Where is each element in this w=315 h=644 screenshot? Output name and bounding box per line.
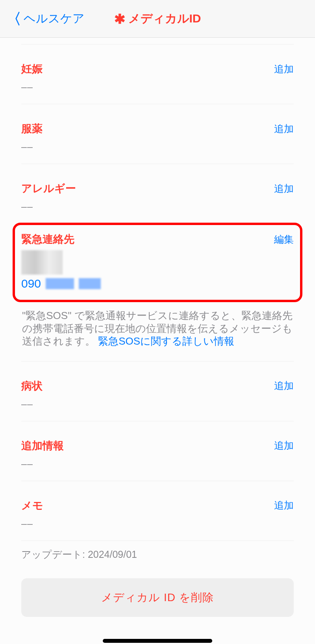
sos-info-section: "緊急SOS" で緊急通報サービスに連絡すると、緊急連絡先の携帯電話番号に現在地… bbox=[21, 309, 294, 362]
page-title: メディカルID bbox=[128, 11, 201, 27]
sos-info-text: "緊急SOS" で緊急通報サービスに連絡すると、緊急連絡先の携帯電話番号に現在地… bbox=[21, 309, 294, 348]
contact-phone[interactable]: 090 bbox=[21, 277, 294, 290]
section-title: 追加情報 bbox=[21, 439, 64, 453]
add-button-allergy[interactable]: 追加 bbox=[274, 182, 294, 195]
header: 〈 ヘルスケア ✱ メディカルID bbox=[0, 0, 315, 38]
section-condition: 病状 追加 –– bbox=[21, 362, 294, 421]
asterisk-icon: ✱ bbox=[114, 12, 125, 26]
sos-info-link[interactable]: 緊急SOSに関する詳しい情報 bbox=[98, 335, 234, 347]
back-button[interactable]: 〈 ヘルスケア bbox=[6, 11, 85, 27]
content: 妊娠 追加 –– 服薬 追加 –– アレルギー 追加 –– 緊急連絡先 編集 0… bbox=[0, 38, 315, 617]
section-value: –– bbox=[21, 141, 294, 153]
add-button-medication[interactable]: 追加 bbox=[274, 122, 294, 135]
section-value: –– bbox=[21, 518, 294, 530]
phone-prefix: 090 bbox=[21, 277, 41, 290]
emergency-contact-highlight: 緊急連絡先 編集 090 bbox=[13, 223, 302, 302]
phone-part-redacted bbox=[46, 278, 74, 289]
section-value: –– bbox=[21, 458, 294, 470]
add-button-condition[interactable]: 追加 bbox=[274, 379, 294, 392]
section-title: アレルギー bbox=[21, 181, 76, 196]
section-additional-info: 追加情報 追加 –– bbox=[21, 421, 294, 481]
section-value: –– bbox=[21, 81, 294, 93]
back-label: ヘルスケア bbox=[24, 11, 85, 27]
section-title: 緊急連絡先 bbox=[21, 232, 74, 246]
contact-name-redacted bbox=[21, 250, 63, 275]
section-memo: メモ 追加 –– bbox=[21, 481, 294, 541]
section-allergy: アレルギー 追加 –– bbox=[21, 164, 294, 219]
delete-medical-id-button[interactable]: メディカル ID を削除 bbox=[21, 578, 294, 617]
add-button-pregnancy[interactable]: 追加 bbox=[274, 63, 294, 76]
home-indicator[interactable] bbox=[103, 639, 212, 643]
section-title: メモ bbox=[21, 498, 43, 513]
edit-button-emergency[interactable]: 編集 bbox=[274, 233, 294, 246]
add-button-additional[interactable]: 追加 bbox=[274, 439, 294, 452]
chevron-left-icon: 〈 bbox=[6, 11, 21, 26]
section-title: 妊娠 bbox=[21, 62, 43, 76]
section-title: 病状 bbox=[21, 379, 43, 393]
update-date: アップデート: 2024/09/01 bbox=[21, 541, 294, 578]
section-value: –– bbox=[21, 201, 294, 212]
header-title: ✱ メディカルID bbox=[114, 11, 201, 27]
section-title: 服薬 bbox=[21, 122, 43, 136]
section-pregnancy: 妊娠 追加 –– bbox=[21, 44, 294, 104]
add-button-memo[interactable]: 追加 bbox=[274, 499, 294, 512]
section-medication: 服薬 追加 –– bbox=[21, 104, 294, 164]
section-value: –– bbox=[21, 399, 294, 410]
phone-part-redacted bbox=[79, 278, 101, 289]
